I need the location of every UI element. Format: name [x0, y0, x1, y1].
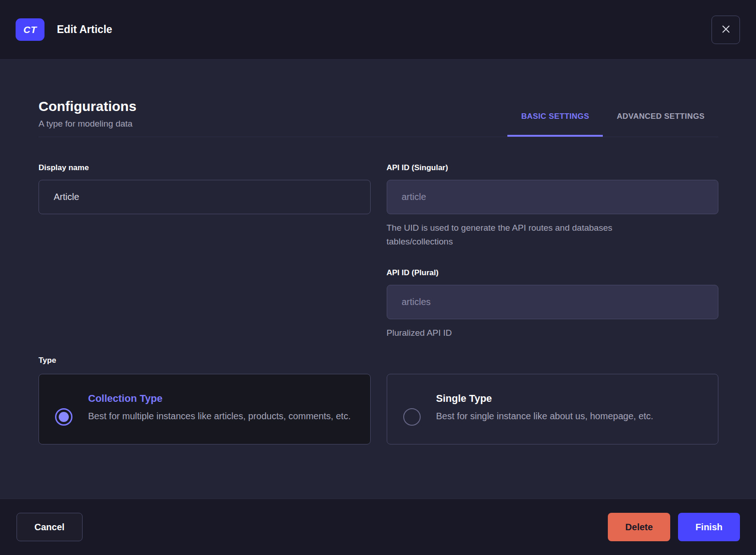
api-id-singular-hint: The UID is used to generate the API rout… [387, 221, 680, 249]
type-option-collection-title: Collection Type [88, 394, 350, 404]
radio-unchecked-icon[interactable] [403, 408, 421, 426]
form-columns: Display name API ID (Singular) The UID i… [39, 163, 718, 340]
api-id-plural-label: API ID (Plural) [387, 268, 719, 278]
finish-button[interactable]: Finish [678, 513, 740, 541]
right-column: API ID (Singular) The UID is used to gen… [387, 163, 719, 340]
cancel-button[interactable]: Cancel [17, 513, 83, 541]
type-option-collection-text: Collection Type Best for multiple instan… [88, 394, 350, 444]
api-id-singular-field: API ID (Singular) The UID is used to gen… [387, 163, 719, 249]
type-option-single-text: Single Type Best for single instance lik… [436, 394, 654, 444]
type-option-single-title: Single Type [436, 394, 654, 404]
type-option-single[interactable]: Single Type Best for single instance lik… [387, 374, 719, 444]
modal-footer: Cancel Delete Finish [0, 499, 756, 555]
section-head: Configurations A type for modeling data … [39, 98, 718, 137]
type-options: Collection Type Best for multiple instan… [39, 374, 718, 444]
close-button[interactable] [712, 16, 740, 44]
left-column: Display name [39, 163, 371, 340]
display-name-label: Display name [39, 163, 371, 173]
modal-body: Configurations A type for modeling data … [0, 60, 756, 499]
api-id-singular-input[interactable] [387, 180, 719, 214]
type-option-collection-description: Best for multiple instances like article… [88, 409, 350, 423]
api-id-plural-input[interactable] [387, 285, 719, 319]
page-title: Configurations [39, 98, 136, 115]
content-type-badge: CT [16, 18, 44, 41]
api-id-plural-hint: Pluralized API ID [387, 326, 680, 340]
type-option-collection[interactable]: Collection Type Best for multiple instan… [39, 374, 371, 444]
radio-checked-icon[interactable] [55, 408, 72, 426]
edit-content-type-modal: CT Edit Article Configurations A type fo… [0, 0, 756, 555]
type-option-single-description: Best for single instance like about us, … [436, 409, 654, 423]
type-label: Type [39, 355, 718, 366]
api-id-singular-label: API ID (Singular) [387, 163, 719, 173]
page-subtitle: A type for modeling data [39, 118, 136, 129]
display-name-input[interactable] [39, 180, 371, 214]
section-titles: Configurations A type for modeling data [39, 98, 136, 137]
api-id-plural-field: API ID (Plural) Pluralized API ID [387, 268, 719, 340]
modal-title: Edit Article [57, 23, 112, 36]
close-icon [720, 23, 732, 37]
content-type-badge-label: CT [23, 24, 37, 35]
modal-header: CT Edit Article [0, 0, 756, 60]
display-name-field: Display name [39, 163, 371, 214]
delete-button[interactable]: Delete [608, 513, 670, 541]
tab-advanced-settings[interactable]: ADVANCED SETTINGS [603, 112, 718, 137]
settings-tabs: BASIC SETTINGS ADVANCED SETTINGS [507, 112, 718, 137]
tab-basic-settings[interactable]: BASIC SETTINGS [507, 112, 603, 137]
